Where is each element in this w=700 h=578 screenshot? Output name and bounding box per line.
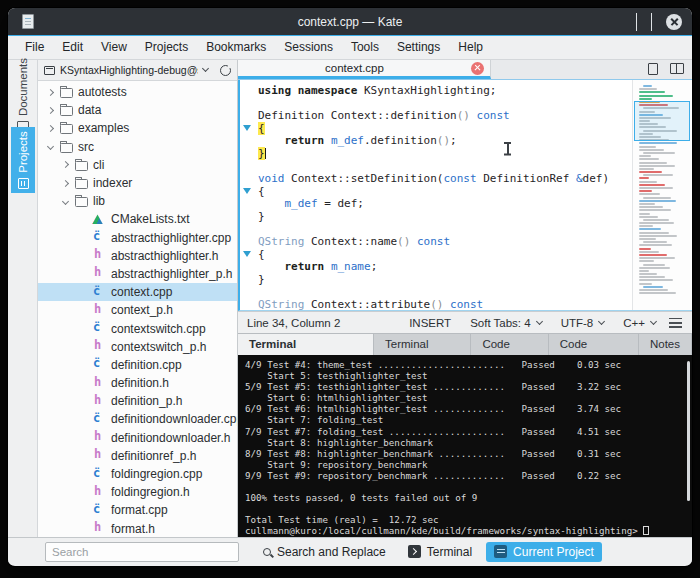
cpp-icon (91, 231, 106, 244)
tree-item[interactable]: indexer (38, 174, 237, 192)
dock-tab-documents[interactable]: Documents (11, 54, 35, 134)
tree-item[interactable]: definition.h (38, 374, 237, 392)
terminal-button[interactable]: Terminal (400, 542, 480, 562)
minimap-viewport[interactable] (634, 101, 690, 141)
encoding-selector[interactable]: UTF-8 (555, 317, 611, 329)
tree-item[interactable]: examples (38, 119, 237, 137)
terminal-line: Start 5: testhighlighter_test (245, 370, 692, 381)
chevron-right-icon[interactable] (62, 179, 69, 186)
code-line: void Context::setDefinition(const Defini… (240, 172, 630, 185)
chevron-down-icon (636, 13, 637, 31)
tree-item[interactable]: contextswitch_p.h (38, 338, 237, 356)
chevron-right-icon[interactable] (47, 107, 54, 114)
cursor-position[interactable]: Line 34, Column 2 (247, 317, 340, 329)
terminal-line: 5/9 Test #5: testhighlighter_test ......… (245, 381, 692, 392)
tree-item[interactable]: foldingregion.cpp (38, 465, 237, 483)
menu-item-edit[interactable]: Edit (53, 36, 92, 59)
menu-item-view[interactable]: View (92, 36, 136, 59)
menu-item-sessions[interactable]: Sessions (275, 36, 342, 59)
terminal[interactable]: 4/9 Test #4: theme_test ................… (238, 355, 692, 537)
minimap[interactable] (632, 80, 692, 310)
fold-arrow-icon[interactable] (243, 188, 251, 194)
tree-item[interactable]: contextswitch.cpp (38, 319, 237, 337)
project-search-input[interactable] (45, 542, 239, 562)
menu-item-bookmarks[interactable]: Bookmarks (197, 36, 275, 59)
chevron-right-icon[interactable] (47, 125, 54, 132)
tree-item[interactable]: abstracthighlighter.h (38, 247, 237, 265)
refresh-icon[interactable] (220, 65, 231, 76)
terminal-line: 9/9 Test #9: repository_benchmark ......… (245, 470, 692, 481)
chevron-right-icon[interactable] (62, 161, 69, 168)
tree-item[interactable]: cli (38, 156, 237, 174)
chevron-right-icon[interactable] (47, 89, 54, 96)
tree-item-label: cli (93, 158, 104, 172)
new-document-icon[interactable] (648, 63, 658, 75)
code-line: using namespace KSyntaxHighlighting; (240, 84, 630, 97)
chevron-down-icon[interactable] (47, 143, 54, 150)
menu-item-settings[interactable]: Settings (388, 36, 449, 59)
panel-tab[interactable]: Notes (639, 334, 692, 355)
minimize-button[interactable] (636, 13, 637, 31)
tree-item[interactable]: autotests (38, 83, 237, 101)
panel-tab[interactable]: Terminal (.kateproject) (238, 333, 374, 355)
tab-close-icon[interactable] (471, 62, 484, 75)
fold-arrow-icon[interactable] (243, 125, 251, 131)
editor[interactable]: using namespace KSyntaxHighlighting;Defi… (238, 80, 692, 311)
chevron-down-icon (650, 317, 657, 324)
tree-item[interactable]: definitionref_p.h (38, 447, 237, 465)
tree-item[interactable]: src (38, 138, 237, 156)
tree-item[interactable]: CMakeLists.txt (38, 210, 237, 228)
tree-item-label: definition.h (111, 376, 169, 390)
kate-window: context.cpp — Kate FileEditViewProjectsB… (8, 8, 692, 566)
language-selector[interactable]: C++ (617, 317, 662, 329)
tree-item[interactable]: definition_p.h (38, 392, 237, 410)
tree-item-label: format.h (111, 522, 155, 536)
tree-item-label: foldingregion.cpp (111, 467, 202, 481)
tree-item[interactable]: definitiondownloader.h (38, 429, 237, 447)
cpp-icon (91, 358, 106, 371)
tree-item[interactable]: format.cpp (38, 501, 237, 519)
terminal-scrollbar[interactable] (687, 361, 690, 501)
current-project-button[interactable]: Current Project (486, 542, 602, 562)
chevron-down-icon[interactable] (202, 65, 209, 72)
tree-item-label: indexer (93, 176, 132, 190)
tree-item[interactable]: definition.cpp (38, 356, 237, 374)
tree-item[interactable]: format.h (38, 520, 237, 538)
tree-item[interactable]: context.cpp (38, 283, 237, 301)
insert-mode[interactable]: INSERT (403, 317, 457, 329)
tab-context-cpp[interactable]: context.cpp (238, 60, 491, 79)
dock-tab-projects[interactable]: Projects (11, 127, 35, 193)
split-view-icon[interactable] (670, 63, 684, 74)
fold-arrow-icon[interactable] (243, 251, 251, 257)
tree-item[interactable]: abstracthighlighter_p.h (38, 265, 237, 283)
window-title: context.cpp — Kate (8, 8, 692, 36)
cpp-icon (91, 468, 106, 481)
terminal-cursor (643, 526, 649, 535)
maximize-button[interactable] (651, 13, 652, 31)
project-combo[interactable]: KSyntaxHighlighting-debug@synt… (60, 64, 198, 76)
tree-item[interactable]: foldingregion.h (38, 483, 237, 501)
code-line: } (240, 273, 630, 286)
panel-tab[interactable]: Terminal (Base) (374, 334, 471, 355)
soft-tabs-selector[interactable]: Soft Tabs: 4 (464, 317, 548, 329)
titlebar[interactable]: context.cpp — Kate (8, 8, 692, 36)
terminal-line: 7/9 Test #7: folding_test ..............… (245, 426, 692, 437)
tree-item[interactable]: context_p.h (38, 301, 237, 319)
tree-item[interactable]: definitiondownloader.cpp (38, 410, 237, 428)
close-button[interactable] (666, 14, 682, 30)
tree-item[interactable]: abstracthighlighter.cpp (38, 229, 237, 247)
code-line: m_def = def; (240, 197, 630, 210)
tree-item-label: definitionref_p.h (111, 449, 196, 463)
search-replace-button[interactable]: Search and Replace (255, 542, 394, 562)
chevron-down-icon[interactable] (62, 198, 69, 205)
dock-tab-label: Documents (17, 58, 29, 116)
tree-item[interactable]: lib (38, 192, 237, 210)
h-icon (91, 431, 106, 444)
menu-item-help[interactable]: Help (449, 36, 492, 59)
panel-tab[interactable]: Code Index (471, 334, 548, 355)
menu-item-projects[interactable]: Projects (136, 36, 197, 59)
menu-item-tools[interactable]: Tools (342, 36, 388, 59)
word-wrap-icon[interactable] (669, 318, 682, 328)
tree-item[interactable]: data (38, 101, 237, 119)
panel-tab[interactable]: Code Analysis (549, 334, 639, 355)
